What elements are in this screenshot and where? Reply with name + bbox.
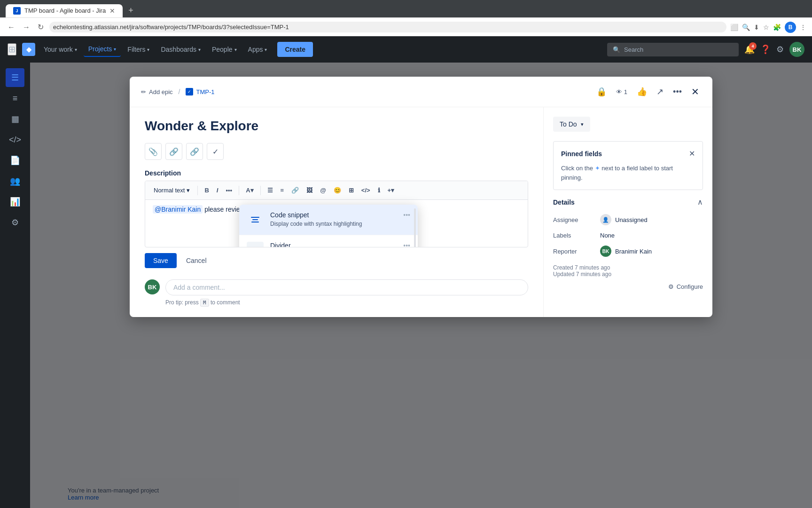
new-tab-btn[interactable]: + <box>125 4 137 17</box>
help-btn[interactable]: ❓ <box>760 44 771 55</box>
grid-icon[interactable]: ⊞ <box>8 43 16 56</box>
number-list-btn[interactable]: ≡ <box>278 185 287 196</box>
menu-icon[interactable]: ⋮ <box>800 24 806 31</box>
bold-btn[interactable]: B <box>202 185 211 196</box>
dialog-header: ✏ Add epic / ✓ TMP-1 🔒 👁 1 👍 ↗ ••• <box>130 77 712 107</box>
code-btn[interactable]: </> <box>359 185 373 196</box>
reload-btn[interactable]: ↻ <box>36 21 46 33</box>
sidebar-doc-icon[interactable]: 📄 <box>6 151 24 170</box>
comment-input[interactable]: Add a comment... <box>165 279 528 295</box>
sidebar-backlog-icon[interactable]: ≡ <box>6 89 24 108</box>
assignee-label: Assignee <box>553 216 600 223</box>
save-button[interactable]: Save <box>145 253 177 268</box>
attach-btn[interactable]: 📎 <box>145 143 162 160</box>
main-nav: Your work ▾ Projects ▾ Filters ▾ Dashboa… <box>39 42 603 57</box>
pinned-fields-title: Pinned fields <box>561 150 602 158</box>
reporter-row: Reporter BK Branimir Kain <box>553 246 703 257</box>
create-button[interactable]: Create <box>277 42 313 57</box>
italic-btn[interactable]: I <box>214 185 221 196</box>
bullet-list-btn[interactable]: ☰ <box>265 185 276 196</box>
share-btn[interactable]: ↗ <box>655 85 665 99</box>
comment-area: BK Add a comment... <box>145 279 528 295</box>
table-btn[interactable]: ⊞ <box>346 185 357 196</box>
editor-toolbar: Normal text ▾ B I ••• A▾ ☰ ≡ <box>145 181 528 200</box>
assignee-value[interactable]: 👤 Unassigned <box>600 214 648 225</box>
issue-dialog: ✏ Add epic / ✓ TMP-1 🔒 👁 1 👍 ↗ ••• <box>130 77 712 317</box>
more-formatting-btn[interactable]: ••• <box>223 185 235 196</box>
labels-value[interactable]: None <box>600 232 615 239</box>
dropdown-scrollbar[interactable] <box>414 208 416 247</box>
insert-more-btn[interactable]: +▾ <box>385 185 398 196</box>
add-epic-btn[interactable]: ✏ Add epic <box>141 88 173 95</box>
image-btn[interactable]: 🖼 <box>304 185 315 196</box>
jira-header: ⊞ ◆ Your work ▾ Projects ▾ Filters ▾ Das… <box>0 36 812 63</box>
download-icon[interactable]: ⬇ <box>754 24 759 31</box>
issue-reference[interactable]: ✓ TMP-1 <box>186 88 214 95</box>
back-btn[interactable]: ← <box>6 21 17 33</box>
zoom-icon[interactable]: 🔍 <box>742 24 750 31</box>
apps-nav[interactable]: Apps ▾ <box>243 42 272 57</box>
mention-btn[interactable]: @ <box>317 185 329 196</box>
tab-close-btn[interactable]: ✕ <box>109 7 115 15</box>
filters-nav[interactable]: Filters ▾ <box>123 42 154 57</box>
child-issues-btn[interactable]: 🔗 <box>165 143 182 160</box>
cast-icon[interactable]: ⬜ <box>730 24 738 31</box>
code-snippet-more[interactable]: ••• <box>403 211 410 219</box>
link-editor-btn[interactable]: 🔗 <box>289 185 302 196</box>
divider-content: Divider Separate content with a horizont… <box>270 242 397 247</box>
forward-btn[interactable]: → <box>21 21 32 33</box>
details-toggle-btn[interactable]: ∧ <box>697 198 703 206</box>
text-color-btn[interactable]: A▾ <box>243 185 256 196</box>
pinned-fields-desc: Click on the ✦ next to a field label to … <box>561 164 695 182</box>
close-dialog-btn[interactable]: ✕ <box>689 84 701 99</box>
status-dropdown-btn[interactable]: To Do ▾ <box>553 117 590 132</box>
labels-row: Labels None <box>553 232 703 239</box>
cancel-button[interactable]: Cancel <box>180 253 212 268</box>
pro-tip-key: M <box>200 299 209 307</box>
more-options-btn[interactable]: ••• <box>671 85 684 99</box>
issue-title: Wonder & Explore <box>145 119 528 134</box>
dashboards-chevron: ▾ <box>198 47 201 52</box>
address-input[interactable] <box>49 22 726 32</box>
extension-icon[interactable]: 🧩 <box>773 24 781 31</box>
emoji-btn[interactable]: 😊 <box>331 185 344 196</box>
thumbs-up-btn[interactable]: 👍 <box>635 85 649 99</box>
toolbar-sep-3 <box>260 186 261 195</box>
check-btn[interactable]: ✓ <box>207 143 224 160</box>
divider-more[interactable]: ••• <box>403 242 410 247</box>
bookmark-icon[interactable]: ☆ <box>763 24 769 31</box>
settings-btn[interactable]: ⚙ <box>776 44 784 55</box>
link-btn[interactable]: 🔗 <box>186 143 203 160</box>
sidebar-settings-icon[interactable]: ⚙ <box>6 213 24 232</box>
configure-btn[interactable]: ⚙ Configure <box>668 283 703 290</box>
eye-icon: 👁 <box>616 88 622 95</box>
your-work-nav[interactable]: Your work ▾ <box>39 42 82 57</box>
sidebar-code-icon[interactable]: </> <box>6 130 24 149</box>
sidebar-reports-icon[interactable]: 📊 <box>6 192 24 211</box>
issue-toolbar: 📎 🔗 🔗 ✓ <box>145 143 528 160</box>
dashboards-nav[interactable]: Dashboards ▾ <box>156 42 205 57</box>
dropdown-item-divider[interactable]: Divider Separate content with a horizont… <box>239 235 418 247</box>
watchers-btn[interactable]: 👁 1 <box>614 87 629 97</box>
pinned-fields-close-btn[interactable]: ✕ <box>689 149 695 158</box>
browser-tab-bar: J TMP board - Agile board - Jira ✕ + <box>0 0 812 17</box>
lock-btn[interactable]: 🔒 <box>594 85 609 99</box>
people-nav[interactable]: People ▾ <box>207 42 242 57</box>
reporter-value[interactable]: BK Branimir Kain <box>600 246 652 257</box>
code-snippet-content: Code snippet Display code with syntax hi… <box>270 211 397 228</box>
browser-tab-active[interactable]: J TMP board - Agile board - Jira ✕ <box>6 4 123 17</box>
dropdown-item-code-snippet[interactable]: Code snippet Display code with syntax hi… <box>239 205 418 235</box>
reporter-label: Reporter <box>553 248 600 255</box>
text-style-dropdown[interactable]: Normal text ▾ <box>150 185 194 196</box>
sidebar-people-icon[interactable]: 👥 <box>6 172 24 190</box>
search-bar[interactable]: 🔍 Search <box>607 43 739 56</box>
status-chevron: ▾ <box>581 121 584 127</box>
sidebar-board-icon[interactable]: ☰ <box>6 68 24 87</box>
profile-avatar[interactable]: BK <box>789 42 804 57</box>
browser-profile-icon[interactable]: B <box>785 22 796 33</box>
projects-nav[interactable]: Projects ▾ <box>84 42 121 57</box>
notifications-btn[interactable]: 🔔 4 <box>744 44 755 55</box>
timestamps: Created 7 minutes ago Updated 7 minutes … <box>553 264 703 278</box>
sidebar-grid-icon[interactable]: ▦ <box>6 110 24 128</box>
info-btn[interactable]: ℹ <box>375 185 383 196</box>
